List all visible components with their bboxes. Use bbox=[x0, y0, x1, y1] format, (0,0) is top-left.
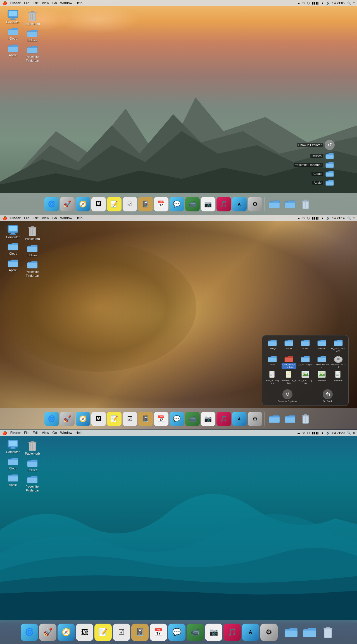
dock-facetime-2[interactable]: 📹 bbox=[185, 412, 200, 426]
search-icon[interactable]: 🔍 bbox=[347, 1, 351, 5]
dock-appstore-3[interactable]: A bbox=[242, 624, 259, 641]
dock-reminders-3[interactable]: ☑ bbox=[113, 624, 130, 641]
dock-finder[interactable]: 🌀 bbox=[44, 197, 59, 211]
fan-item-samuriz[interactable]: S samuniz...64.3_2 bbox=[331, 354, 346, 369]
desktop-icon-computer-2[interactable]: Computer bbox=[3, 225, 23, 239]
desktop-icon-computer-3[interactable]: Computer bbox=[3, 440, 23, 454]
fan-item-hitech[interactable]: Hi_Tech...nluca75 bbox=[331, 338, 346, 352]
menu-help[interactable]: Help bbox=[75, 1, 82, 5]
menu-view[interactable]: View bbox=[42, 1, 49, 5]
dock-addressbook[interactable]: 📓 bbox=[138, 197, 153, 211]
menu-view-2[interactable]: View bbox=[42, 216, 49, 220]
desktop-icon-yosemite-finderbar[interactable]: Yosemite Finderbar bbox=[22, 44, 42, 62]
fan-item-others[interactable]: Others DP Res bbox=[314, 354, 329, 369]
dock-facetime[interactable]: 📹 bbox=[185, 197, 200, 211]
dock-itunes[interactable]: 🎵 bbox=[216, 197, 231, 211]
dock-trash-2[interactable] bbox=[298, 412, 313, 426]
desktop-icon-trash-2[interactable]: Papierkorb bbox=[22, 225, 42, 241]
dock-notes[interactable]: 📝 bbox=[107, 197, 122, 211]
desktop-icon-computer[interactable]: Computer bbox=[3, 10, 23, 24]
notification-icon-2[interactable]: ≡ bbox=[353, 216, 355, 220]
dock-reminders-2[interactable]: ☑ bbox=[123, 412, 137, 426]
dock-folder1-2[interactable] bbox=[267, 412, 282, 426]
dock-finder-2[interactable]: 🌀 bbox=[44, 412, 59, 426]
menu-finder-2[interactable]: Finder bbox=[10, 216, 21, 220]
dock-safari-3[interactable]: 🧭 bbox=[58, 624, 75, 641]
dock-addressbook-2[interactable]: 📓 bbox=[138, 412, 153, 426]
dock-launchpad-2[interactable]: 🚀 bbox=[60, 412, 75, 426]
dock-iphoto[interactable]: 📷 bbox=[201, 197, 215, 211]
dock-photos-2[interactable]: 🖼 bbox=[91, 412, 106, 426]
fan-item-preview[interactable]: Preview bbox=[314, 370, 329, 385]
fan-item-fonts[interactable]: Fonts bbox=[298, 338, 313, 352]
dock-safari-2[interactable]: 🧭 bbox=[76, 412, 90, 426]
dock-safari[interactable]: 🧭 bbox=[76, 197, 90, 211]
desktop-icon-apple[interactable]: Apple bbox=[3, 43, 23, 57]
dock-facetime-3[interactable]: 📹 bbox=[187, 624, 204, 641]
dock-folder1[interactable] bbox=[267, 197, 282, 211]
notification-icon[interactable]: ≡ bbox=[353, 1, 355, 5]
fan-go-back[interactable]: Go Back bbox=[323, 389, 333, 403]
dock-trash-3[interactable] bbox=[319, 624, 337, 641]
menu-window[interactable]: Window bbox=[60, 1, 72, 5]
dock-calendar[interactable]: 📅 bbox=[154, 197, 168, 211]
fan-item-bootvi[interactable]: Boot_Vi...ipapollo bbox=[265, 370, 280, 385]
dock-messages-2[interactable]: 💬 bbox=[170, 412, 184, 426]
dock-reminders[interactable]: ☑ bbox=[123, 197, 137, 211]
menu-file-3[interactable]: File bbox=[24, 431, 29, 435]
apple-menu-3[interactable]: 🍎 bbox=[2, 431, 7, 435]
dock-calendar-3[interactable]: 📅 bbox=[150, 624, 167, 641]
menu-edit-2[interactable]: Edit bbox=[33, 216, 39, 220]
apple-menu-2[interactable]: 🍎 bbox=[2, 216, 7, 220]
dock-addressbook-3[interactable]: 📓 bbox=[131, 624, 149, 641]
dock-trash[interactable] bbox=[298, 197, 313, 211]
dock-folder1-3[interactable] bbox=[282, 624, 300, 641]
menu-help-2[interactable]: Help bbox=[75, 216, 82, 220]
fan-item-osxyos[interactable]: osx_yos...-d1jrrak bbox=[298, 370, 313, 385]
menu-file[interactable]: File bbox=[24, 1, 29, 5]
fan-item-gdi[interactable]: GDI++ bbox=[314, 338, 329, 352]
desktop-icon-apple-3[interactable]: Apple bbox=[3, 473, 23, 487]
dock-folder2-3[interactable] bbox=[301, 624, 318, 641]
menu-go-3[interactable]: Go bbox=[53, 431, 57, 435]
menu-finder[interactable]: Finder bbox=[10, 1, 21, 5]
desktop-icon-trash[interactable]: Papierkorb bbox=[22, 10, 42, 26]
desktop-icon-icloud-3[interactable]: iCloud bbox=[3, 456, 23, 470]
dock-messages-3[interactable]: 💬 bbox=[168, 624, 185, 641]
dock-launchpad-3[interactable]: 🚀 bbox=[39, 624, 56, 641]
dock-appstore[interactable]: A bbox=[232, 197, 247, 211]
dock-appstore-2[interactable]: A bbox=[232, 412, 247, 426]
fan-item-configs[interactable]: Configs bbox=[265, 338, 280, 352]
dock-itunes-3[interactable]: 🎵 bbox=[223, 624, 241, 641]
dock-photos-3[interactable]: 🖼 bbox=[76, 624, 93, 641]
fan-item-finder[interactable]: Finder bbox=[282, 338, 296, 352]
dock-sysprefs[interactable]: ⚙ bbox=[248, 197, 262, 211]
fan-item-osx-boot[interactable]: OSX_boot_by_u_foka bbox=[282, 354, 296, 369]
menu-edit[interactable]: Edit bbox=[33, 1, 39, 5]
dock-launchpad[interactable]: 🚀 bbox=[60, 197, 75, 211]
menu-file-2[interactable]: File bbox=[24, 216, 29, 220]
dock-folder2-2[interactable] bbox=[283, 412, 297, 426]
desktop-icon-icloud-2[interactable]: iCloud bbox=[3, 241, 23, 256]
apple-menu[interactable]: 🍎 bbox=[2, 1, 7, 5]
desktop-icon-apple-2[interactable]: Apple bbox=[3, 258, 23, 272]
menu-finder-3[interactable]: Finder bbox=[10, 431, 21, 435]
menu-window-3[interactable]: Window bbox=[60, 431, 72, 435]
desktop-icon-utilities[interactable]: Utilities bbox=[22, 28, 42, 42]
desktop-icon-utilities-2[interactable]: Utilities bbox=[22, 243, 42, 257]
fan-item-readme[interactable]: Readme bbox=[331, 370, 346, 385]
menu-window-2[interactable]: Window bbox=[60, 216, 72, 220]
desktop-icon-icloud[interactable]: iCloud bbox=[3, 26, 23, 40]
dock-calendar-2[interactable]: 📅 bbox=[154, 412, 168, 426]
search-icon-2[interactable]: 🔍 bbox=[347, 216, 351, 220]
dock-sysprefs-3[interactable]: ⚙ bbox=[260, 624, 278, 641]
menu-help-3[interactable]: Help bbox=[75, 431, 82, 435]
fan-show-in-explorer[interactable]: ↺ Show in Explorer bbox=[278, 389, 297, 403]
desktop-icon-utilities-3[interactable]: Utilities bbox=[22, 458, 42, 472]
fan-item-ishut[interactable]: iShut bbox=[265, 354, 280, 369]
dock-photos[interactable]: 🖼 bbox=[91, 197, 106, 211]
dock-finder-3[interactable]: 🌀 bbox=[21, 624, 38, 641]
notification-icon-3[interactable]: ≡ bbox=[353, 431, 355, 435]
menu-view-3[interactable]: View bbox=[42, 431, 49, 435]
stack-item-apple[interactable]: Apple bbox=[312, 178, 335, 187]
